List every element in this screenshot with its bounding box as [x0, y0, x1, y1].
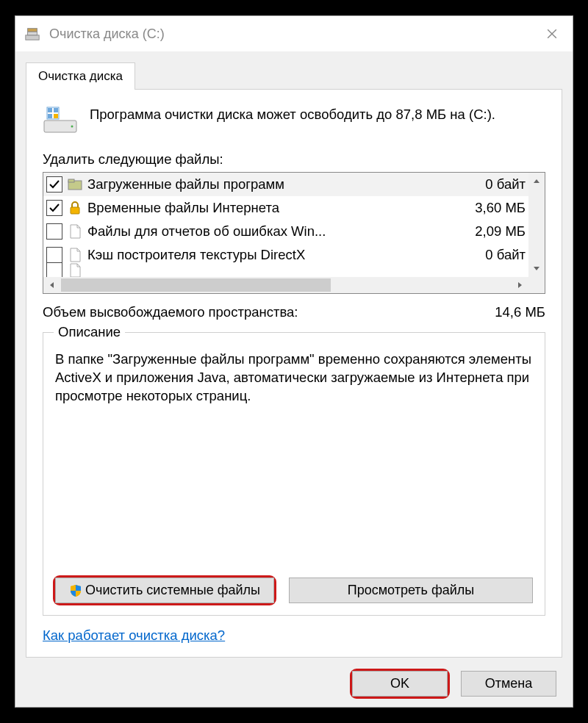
scroll-thumb-vertical[interactable] [528, 190, 545, 259]
cancel-button[interactable]: Отмена [461, 671, 556, 697]
file-name: Временные файлы Интернета [87, 200, 469, 216]
svg-rect-9 [48, 114, 52, 118]
list-item[interactable]: Временные файлы Интернета3,60 МБ [43, 196, 528, 220]
checkbox[interactable] [46, 176, 62, 193]
clean-system-files-button[interactable]: Очистить системные файлы [55, 578, 274, 603]
svg-rect-0 [26, 35, 39, 40]
help-link[interactable]: Как работает очистка диска? [43, 627, 225, 644]
checkbox[interactable] [46, 200, 62, 216]
summary-row: Программа очистки диска может освободить… [43, 106, 545, 135]
dialog-window: Очистка диска (C:) Очистка диска [15, 15, 573, 708]
totals-row: Объем высвобождаемого пространства: 14,6… [43, 304, 545, 320]
file-list: Загруженные файлы программ0 байтВременны… [43, 172, 545, 294]
totals-label: Объем высвобождаемого пространства: [43, 304, 298, 320]
checkbox[interactable] [46, 247, 62, 263]
close-button[interactable] [537, 19, 567, 48]
scroll-left-icon[interactable] [43, 277, 61, 293]
description-text: В папке "Загруженные файлы программ" вре… [55, 350, 533, 563]
file-size: 2,09 МБ [475, 223, 526, 240]
clean-system-highlight: Очистить системные файлы [55, 578, 274, 603]
checkbox[interactable] [46, 262, 62, 277]
tabpage: Программа очистки диска может освободить… [26, 89, 562, 658]
file-size: 0 байт [485, 247, 526, 263]
summary-text: Программа очистки диска может освободить… [90, 106, 495, 124]
file-size: 3,60 МБ [475, 200, 526, 216]
list-label: Удалить следующие файлы: [43, 151, 545, 168]
file-icon [67, 262, 83, 277]
checkbox[interactable] [46, 223, 62, 240]
titlebar: Очистка диска (C:) [15, 16, 573, 51]
scroll-right-icon[interactable] [511, 277, 528, 293]
scroll-down-icon[interactable] [528, 259, 545, 277]
file-size: 0 байт [485, 176, 526, 193]
client-area: Очистка диска Программа очистки диска мо… [15, 51, 573, 707]
window-title: Очистка диска (C:) [49, 26, 537, 42]
svg-rect-8 [54, 108, 58, 112]
lock-icon [67, 200, 83, 216]
ok-label: OK [390, 676, 409, 691]
horizontal-scrollbar[interactable] [43, 277, 545, 293]
totals-value: 14,6 МБ [495, 304, 545, 320]
scroll-up-icon[interactable] [528, 173, 545, 190]
list-item[interactable]: Кэш построителя текстуры DirectX0 байт [43, 243, 528, 267]
vertical-scrollbar[interactable] [528, 173, 545, 277]
view-files-button[interactable]: Просмотреть файлы [289, 578, 533, 603]
file-icon [67, 247, 83, 263]
list-item[interactable]: Файлы для отчетов об ошибках Win...2,09 … [43, 220, 528, 243]
clean-system-files-label: Очистить системные файлы [85, 583, 260, 598]
svg-rect-14 [71, 207, 79, 214]
cancel-label: Отмена [485, 676, 533, 691]
tab-cleanup[interactable]: Очистка диска [26, 62, 135, 90]
description-group: Описание В папке "Загруженные файлы прог… [43, 332, 545, 616]
ok-button[interactable]: OK [352, 671, 448, 697]
file-name: Загруженные файлы программ [87, 176, 479, 193]
svg-rect-1 [28, 29, 37, 32]
drive-icon [43, 106, 78, 135]
folder-icon [67, 176, 83, 193]
svg-rect-7 [48, 108, 52, 112]
list-item[interactable] [43, 267, 528, 274]
scroll-thumb-horizontal[interactable] [61, 278, 331, 292]
list-item[interactable]: Загруженные файлы программ0 байт [43, 173, 528, 196]
description-legend: Описание [54, 324, 125, 340]
disk-cleanup-icon [24, 26, 40, 42]
svg-rect-13 [68, 179, 74, 182]
ok-highlight: OK [352, 671, 448, 697]
file-icon [67, 223, 83, 240]
svg-rect-2 [28, 32, 37, 35]
svg-rect-10 [54, 114, 58, 118]
tabstrip: Очистка диска [26, 62, 562, 89]
file-name: Файлы для отчетов об ошибках Win... [87, 223, 469, 240]
dialog-buttons: OK Отмена [26, 658, 562, 697]
shield-icon [69, 584, 82, 597]
view-files-label: Просмотреть файлы [348, 583, 475, 598]
svg-point-11 [71, 126, 74, 128]
file-name: Кэш построителя текстуры DirectX [87, 247, 479, 263]
